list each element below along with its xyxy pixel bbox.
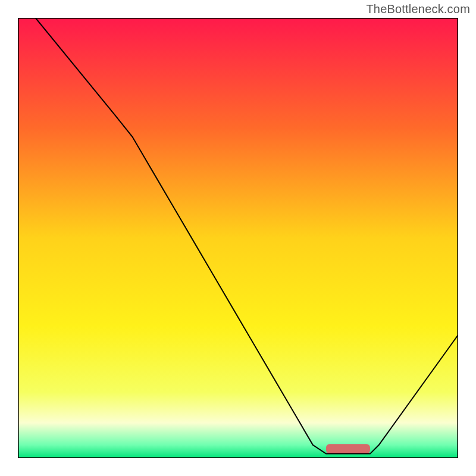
gradient-background [18, 18, 458, 458]
chart-plot-area [18, 18, 458, 458]
attribution-watermark: TheBottleneck.com [366, 2, 470, 16]
chart-container: TheBottleneck.com [0, 0, 476, 476]
chart-svg [18, 18, 458, 458]
optimal-marker [326, 444, 370, 453]
